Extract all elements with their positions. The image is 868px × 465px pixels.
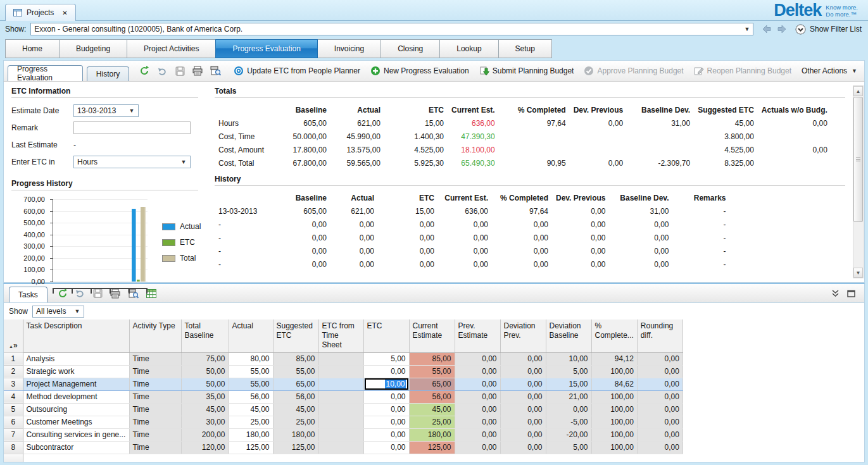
task-cell-dev_prev[interactable]: 0,00 (500, 390, 546, 403)
task-cell-actual[interactable]: 125,00 (229, 441, 273, 454)
task-cell-pct_complete[interactable]: 100,00 (591, 441, 637, 454)
task-cell-activity[interactable]: Time (129, 428, 181, 441)
task-cell-activity[interactable]: Time (129, 352, 181, 365)
task-cell-current[interactable]: 45,00 (409, 403, 455, 416)
task-cell-dev_baseline[interactable]: 10,00 (546, 352, 591, 365)
forward-arrow-icon[interactable] (777, 25, 787, 34)
main-tab-project-activities[interactable]: Project Activities (127, 39, 216, 58)
row-number[interactable]: 1 (4, 352, 23, 365)
row-number[interactable]: 2 (4, 365, 23, 378)
task-cell-desc[interactable]: Consulting services in gene... (23, 428, 129, 441)
main-tab-progress-evaluation[interactable]: Progress Evaluation (215, 39, 317, 58)
print-icon[interactable] (191, 65, 204, 77)
task-cell-etc[interactable]: 0,00 (363, 416, 409, 428)
task-cell-suggested_etc[interactable]: 45,00 (273, 403, 318, 416)
tasks-column-header-suggested_etc[interactable]: Suggested ETC (273, 319, 318, 352)
task-cell-pct_complete[interactable]: 84,62 (591, 378, 637, 390)
task-cell-rounding[interactable]: 0,00 (637, 365, 682, 378)
row-number[interactable]: 3 (4, 378, 23, 390)
task-cell-rounding[interactable]: 0,00 (637, 403, 682, 416)
task-cell-suggested_etc[interactable]: 55,00 (273, 365, 318, 378)
task-cell-etc_time_sheet[interactable] (318, 352, 363, 365)
tasks-column-header-prev_estimate[interactable]: Prev. Estimate (455, 319, 500, 352)
task-cell-rounding[interactable]: 0,00 (637, 441, 682, 454)
tasks-column-header-total_baseline[interactable]: Total Baseline (181, 319, 229, 352)
task-cell-current[interactable]: 55,00 (409, 365, 455, 378)
task-cell-suggested_etc[interactable]: 180,00 (273, 428, 318, 441)
task-cell-etc[interactable]: 10,00 (363, 378, 409, 390)
task-cell-dev_baseline[interactable]: -5,00 (546, 416, 591, 428)
row-number[interactable]: 5 (4, 403, 23, 416)
task-cell-etc_time_sheet[interactable] (318, 378, 363, 390)
task-cell-rounding[interactable]: 0,00 (637, 378, 682, 390)
task-cell-activity[interactable]: Time (129, 365, 181, 378)
task-cell-pct_complete[interactable]: 100,00 (591, 416, 637, 428)
task-cell-actual[interactable]: 25,00 (229, 416, 273, 428)
task-cell-etc_time_sheet[interactable] (318, 390, 363, 403)
refresh-icon[interactable] (138, 65, 151, 77)
task-cell-prev_estimate[interactable]: 0,00 (455, 441, 500, 454)
task-cell-prev_estimate[interactable]: 0,00 (455, 378, 500, 390)
task-cell-desc[interactable]: Strategic work (23, 365, 129, 378)
submit-planning-budget-button[interactable]: Submit Planning Budget (476, 61, 577, 81)
task-cell-etc[interactable]: 0,00 (363, 441, 409, 454)
task-cell-etc[interactable]: 0,00 (363, 390, 409, 403)
main-tab-lookup[interactable]: Lookup (439, 39, 498, 58)
main-tab-setup[interactable]: Setup (498, 39, 552, 58)
task-cell-dev_prev[interactable]: 0,00 (500, 365, 546, 378)
task-cell-etc[interactable]: 0,00 (363, 403, 409, 416)
scroll-up-button[interactable]: ▲ (853, 86, 863, 96)
task-cell-pct_complete[interactable]: 100,00 (591, 390, 637, 403)
main-tab-closing[interactable]: Closing (381, 39, 440, 58)
main-tab-home[interactable]: Home (5, 39, 60, 58)
update-etc-button[interactable]: Update ETC from People Planner (230, 61, 363, 81)
task-cell-current[interactable]: 125,00 (409, 441, 455, 454)
task-cell-dev_prev[interactable]: 0,00 (500, 416, 546, 428)
tasks-column-header-current[interactable]: Current Estimate (409, 319, 455, 352)
scroll-down-button[interactable]: ▼ (853, 268, 863, 278)
tasks-column-header-dev_prev[interactable]: Deviation Prev. (500, 319, 546, 352)
task-cell-prev_estimate[interactable]: 0,00 (455, 365, 500, 378)
task-cell-actual[interactable]: 55,00 (229, 378, 273, 390)
task-cell-prev_estimate[interactable]: 0,00 (455, 428, 500, 441)
task-cell-activity[interactable]: Time (129, 403, 181, 416)
task-cell-suggested_etc[interactable]: 85,00 (273, 352, 318, 365)
task-cell-etc_time_sheet[interactable] (318, 416, 363, 428)
task-cell-current[interactable]: 180,00 (409, 428, 455, 441)
task-cell-suggested_etc[interactable]: 65,00 (273, 378, 318, 390)
task-cell-prev_estimate[interactable]: 0,00 (455, 416, 500, 428)
task-cell-prev_estimate[interactable]: 0,00 (455, 390, 500, 403)
tasks-column-header-rounding[interactable]: Rounding diff. (637, 319, 682, 352)
row-number[interactable]: 6 (4, 416, 23, 428)
task-cell-rounding[interactable]: 0,00 (637, 416, 682, 428)
task-cell-current[interactable]: 56,00 (409, 390, 455, 403)
task-cell-dev_baseline[interactable]: 15,00 (546, 378, 591, 390)
task-cell-desc[interactable]: Analysis (23, 352, 129, 365)
tasks-column-header-dev_baseline[interactable]: Deviation Baseline (546, 319, 591, 352)
task-cell-dev_prev[interactable]: 0,00 (500, 378, 546, 390)
task-cell-total_baseline[interactable]: 30,00 (181, 416, 229, 428)
tasks-column-header-activity[interactable]: Activity Type (129, 319, 181, 352)
task-cell-desc[interactable]: Project Management (23, 378, 129, 390)
task-cell-actual[interactable]: 45,00 (229, 403, 273, 416)
task-cell-pct_complete[interactable]: 100,00 (591, 365, 637, 378)
task-cell-actual[interactable]: 56,00 (229, 390, 273, 403)
tasks-column-header-desc[interactable]: Task Description (23, 319, 129, 352)
new-progress-evaluation-button[interactable]: New Progress Evaluation (367, 61, 472, 81)
show-selector[interactable]: Exxon - General consulting (1020005), Ba… (30, 23, 753, 35)
estimate-date-combo[interactable]: 13-03-2013 ▼ (73, 104, 139, 117)
tasks-column-header-actual[interactable]: Actual (229, 319, 273, 352)
task-cell-suggested_etc[interactable]: 56,00 (273, 390, 318, 403)
close-tab-icon[interactable]: ✕ (62, 9, 67, 16)
task-cell-total_baseline[interactable]: 50,00 (181, 378, 229, 390)
row-number[interactable]: 7 (4, 428, 23, 441)
task-cell-etc[interactable]: 0,00 (363, 428, 409, 441)
task-cell-total_baseline[interactable]: 120,00 (181, 441, 229, 454)
task-cell-current[interactable]: 25,00 (409, 416, 455, 428)
task-cell-actual[interactable]: 80,00 (229, 352, 273, 365)
task-cell-actual[interactable]: 180,00 (229, 428, 273, 441)
task-cell-dev_prev[interactable]: 0,00 (500, 441, 546, 454)
etc-edit-cell[interactable]: 10,00 (365, 378, 408, 390)
maximize-panel-icon[interactable] (847, 290, 855, 297)
main-tab-budgeting[interactable]: Budgeting (59, 39, 127, 58)
